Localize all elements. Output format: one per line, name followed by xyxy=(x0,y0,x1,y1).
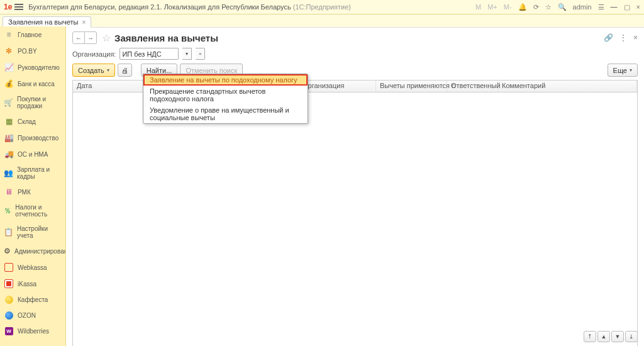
sidebar-item-payroll[interactable]: 👥Зарплата и кадры xyxy=(0,162,65,184)
page-close-icon[interactable]: × xyxy=(633,33,638,42)
organization-input[interactable]: ИП без НДС xyxy=(119,48,179,60)
table-body-empty xyxy=(73,92,637,346)
column-responsible[interactable]: Ответственный xyxy=(447,81,498,92)
window-titlebar: 1e Бухгалтерия для Беларуси, редакция 2.… xyxy=(0,0,644,14)
sidebar-item-bank[interactable]: 💰Банк и касса xyxy=(0,75,65,92)
navigation-sidebar: ≡Главное ✻PO.BY 📈Руководителю 💰Банк и ка… xyxy=(0,26,66,346)
window-title: Бухгалтерия для Беларуси, редакция 2.1. … xyxy=(28,3,475,11)
sidebar-item-warehouse[interactable]: ▦Склад xyxy=(0,113,65,130)
list-scroll-buttons: ⤒ ▲ ▼ ⤓ xyxy=(584,331,638,342)
more-button[interactable]: Еще ▾ xyxy=(608,64,638,77)
page-title: Заявления на вычеты xyxy=(114,33,604,43)
main-content: ← → ☆ Заявления на вычеты 🔗 ⋮ × Организа… xyxy=(66,26,644,346)
dropdown-item-stop-standard-deductions[interactable]: Прекращение стандартных вычетов подоходн… xyxy=(143,86,308,104)
calc-m[interactable]: M xyxy=(475,3,481,11)
favorites-icon[interactable]: ☆ xyxy=(545,3,552,11)
search-icon[interactable]: 🔍 xyxy=(558,3,567,11)
nav-forward-button[interactable]: → xyxy=(85,31,97,44)
sidebar-item-production[interactable]: 🏭Производство xyxy=(0,130,65,146)
sidebar-item-tax[interactable]: ％Налоги и отчетность xyxy=(0,200,65,221)
sidebar-item-poby[interactable]: ✻PO.BY xyxy=(0,43,65,59)
column-date[interactable]: Дата xyxy=(73,81,150,92)
organization-label: Организация: xyxy=(72,50,116,58)
sidebar-item-assets[interactable]: 🚚ОС и НМА xyxy=(0,146,65,162)
calc-m-plus[interactable]: M+ xyxy=(487,3,497,11)
favorite-star-icon[interactable]: ☆ xyxy=(102,32,111,44)
dropdown-item-income-tax-deductions[interactable]: Заявление на вычеты по подоходному налог… xyxy=(143,74,308,86)
scroll-bottom-button[interactable]: ⤓ xyxy=(625,331,638,342)
tab-label: Заявления на вычеты xyxy=(8,18,79,26)
print-icon: 🖨 xyxy=(121,67,128,74)
sidebar-item-main[interactable]: ≡Главное xyxy=(0,26,65,43)
nav-back-button[interactable]: ← xyxy=(72,31,85,44)
window-close[interactable]: × xyxy=(636,3,640,11)
history-icon[interactable]: ⟳ xyxy=(533,3,539,11)
sidebar-item-webkassa[interactable]: Webkassa xyxy=(0,259,65,276)
dropdown-item-property-social-deductions-notice[interactable]: Уведомление о праве на имущественный и с… xyxy=(143,104,308,123)
user-label[interactable]: admin xyxy=(573,3,592,11)
link-icon[interactable]: 🔗 xyxy=(604,33,613,42)
sidebar-item-kaffesta[interactable]: Каффеста xyxy=(0,292,65,308)
organization-clear-icon[interactable]: × xyxy=(196,48,205,60)
settings-icon[interactable]: ☰ xyxy=(598,3,604,11)
create-dropdown-menu: Заявление на вычеты по подоходному налог… xyxy=(143,74,308,124)
page-menu-icon[interactable]: ⋮ xyxy=(619,33,627,42)
sidebar-item-settings[interactable]: 📋Настройки учета xyxy=(0,221,65,243)
sidebar-item-ozon[interactable]: OZON xyxy=(0,308,65,323)
sidebar-item-pmk[interactable]: 🖥РМК xyxy=(0,184,65,200)
sidebar-item-wildberries[interactable]: WWildberries xyxy=(0,323,65,339)
tab-close-icon[interactable]: × xyxy=(82,19,86,26)
menu-burger-icon[interactable] xyxy=(14,4,23,10)
sidebar-item-manager[interactable]: 📈Руководителю xyxy=(0,59,65,75)
column-comment[interactable]: Комментарий xyxy=(498,81,637,92)
logo-1c: 1e xyxy=(4,3,12,11)
window-toolbar: M M+ M- 🔔 ⟳ ☆ 🔍 admin ☰ — ▢ × xyxy=(475,3,640,11)
sidebar-item-admin[interactable]: ⚙Администрирование xyxy=(0,243,65,259)
sidebar-item-sales[interactable]: 🛒Покупки и продажи xyxy=(0,92,65,113)
scroll-down-button[interactable]: ▼ xyxy=(611,331,624,342)
scroll-top-button[interactable]: ⤒ xyxy=(584,331,596,342)
sidebar-item-ikassa[interactable]: iKassa xyxy=(0,276,65,292)
scroll-up-button[interactable]: ▲ xyxy=(597,331,610,342)
bell-icon[interactable]: 🔔 xyxy=(518,3,527,11)
create-button[interactable]: Создать▾ xyxy=(72,64,115,77)
document-tabs: Заявления на вычеты × xyxy=(0,14,644,28)
window-restore[interactable]: ▢ xyxy=(624,3,630,11)
print-button[interactable]: 🖨 xyxy=(118,64,132,77)
organization-dropdown-icon[interactable]: ▾ xyxy=(182,48,192,60)
window-minimize[interactable]: — xyxy=(611,3,618,11)
calc-m-minus[interactable]: M- xyxy=(504,3,512,11)
column-organization[interactable]: Организация xyxy=(299,81,376,92)
column-deductions-from[interactable]: Вычеты применяются с xyxy=(376,81,447,92)
